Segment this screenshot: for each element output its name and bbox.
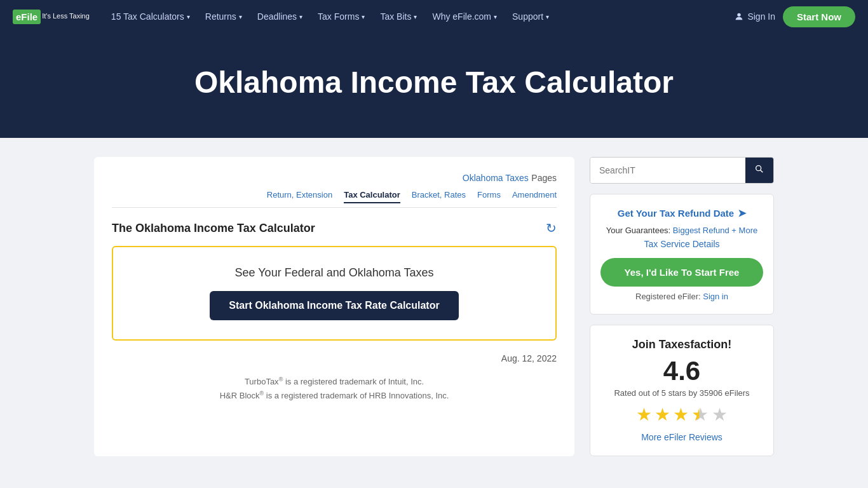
- stars-container: ★ ★ ★ ★ ★ ★: [600, 404, 763, 425]
- nav-item-calculators[interactable]: 15 Tax Calculators ▾: [105, 8, 196, 25]
- chevron-down-icon: ▾: [546, 13, 549, 20]
- logo[interactable]: eFile It's Less Taxing: [13, 10, 90, 24]
- nav-item-deadlines[interactable]: Deadlines ▾: [251, 8, 309, 25]
- logo-icon: eFile: [13, 10, 41, 24]
- star-1: ★: [636, 404, 652, 425]
- tab-return-extension[interactable]: Return, Extension: [267, 190, 332, 203]
- sign-in-link[interactable]: Sign in: [703, 292, 728, 301]
- star-half: ★ ★: [691, 404, 709, 425]
- svg-point-1: [756, 166, 761, 171]
- tab-forms[interactable]: Forms: [477, 190, 501, 203]
- reviews-link[interactable]: More eFiler Reviews: [641, 432, 722, 442]
- footnotes: TurboTax® is a registered trademark of I…: [112, 375, 557, 403]
- footnote-hrblock: H&R Block® is a registered trademark of …: [112, 389, 557, 403]
- logo-tagline: It's Less Taxing: [42, 12, 90, 20]
- tax-service-link[interactable]: Tax Service Details: [600, 239, 763, 249]
- rating-card: Join Taxesfaction! 4.6 Rated out of 5 st…: [590, 325, 774, 456]
- calc-section-title: The Oklahoma Income Tax Calculator: [112, 222, 315, 235]
- nav-item-why-efile[interactable]: Why eFile.com ▾: [426, 8, 503, 25]
- search-input[interactable]: [590, 158, 745, 183]
- footnote-turbotax: TurboTax® is a registered trademark of I…: [112, 375, 557, 389]
- refund-card: Get Your Tax Refund Date ➤ Your Guarante…: [590, 194, 774, 315]
- search-icon: [754, 164, 764, 174]
- chevron-down-icon: ▾: [414, 13, 417, 20]
- start-free-button[interactable]: Yes, I'd Like To Start Free: [600, 258, 763, 287]
- tab-bracket-rates[interactable]: Bracket, Rates: [412, 190, 466, 203]
- page-tabs: Return, Extension Tax Calculator Bracket…: [112, 190, 557, 208]
- guarantees-link[interactable]: Biggest Refund + More: [673, 226, 757, 235]
- join-title: Join Taxesfaction!: [600, 338, 763, 351]
- breadcrumb-pages-suffix: Pages: [531, 173, 557, 183]
- refund-date-link[interactable]: Get Your Tax Refund Date ➤: [600, 207, 763, 219]
- calc-box: See Your Federal and Oklahoma Taxes Star…: [112, 246, 557, 341]
- nav-item-support[interactable]: Support ▾: [506, 8, 555, 25]
- chevron-down-icon: ▾: [362, 13, 365, 20]
- refresh-icon[interactable]: ↻: [546, 220, 557, 236]
- search-box: [590, 157, 774, 184]
- content-wrapper: Oklahoma Taxes Pages Return, Extension T…: [81, 157, 787, 456]
- page-title: Oklahoma Income Tax Calculator: [13, 65, 855, 100]
- arrow-icon: ➤: [738, 207, 746, 219]
- tab-amendment[interactable]: Amendment: [512, 190, 557, 203]
- breadcrumb-link[interactable]: Oklahoma Taxes: [463, 173, 529, 183]
- chevron-down-icon: ▾: [299, 13, 302, 20]
- nav-item-tax-forms[interactable]: Tax Forms ▾: [311, 8, 371, 25]
- calc-tagline: See Your Federal and Oklahoma Taxes: [126, 266, 543, 280]
- tab-tax-calculator[interactable]: Tax Calculator: [344, 190, 400, 203]
- star-2: ★: [654, 404, 670, 425]
- nav-item-returns[interactable]: Returns ▾: [199, 8, 248, 25]
- rating-score: 4.6: [600, 358, 763, 384]
- star-empty: ★: [712, 404, 728, 425]
- main-content: Oklahoma Taxes Pages Return, Extension T…: [0, 138, 868, 482]
- chevron-down-icon: ▾: [494, 13, 497, 20]
- svg-point-0: [738, 13, 741, 17]
- guarantees-text: Your Guarantees: Biggest Refund + More: [600, 226, 763, 235]
- breadcrumb: Oklahoma Taxes Pages: [112, 172, 557, 184]
- registered-text: Registered eFiler: Sign in: [600, 292, 763, 301]
- search-button[interactable]: [745, 158, 773, 183]
- star-3: ★: [673, 404, 689, 425]
- right-panel: Get Your Tax Refund Date ➤ Your Guarante…: [590, 157, 774, 456]
- date-note: Aug. 12, 2022: [112, 353, 557, 363]
- navbar: eFile It's Less Taxing 15 Tax Calculator…: [0, 0, 868, 33]
- person-icon: [734, 11, 744, 22]
- svg-line-2: [761, 170, 763, 173]
- sign-in-button[interactable]: Sign In: [734, 11, 775, 22]
- nav-links: 15 Tax Calculators ▾ Returns ▾ Deadlines…: [105, 8, 735, 25]
- chevron-down-icon: ▾: [239, 13, 242, 20]
- start-now-button[interactable]: Start Now: [783, 6, 855, 27]
- calc-header: The Oklahoma Income Tax Calculator ↻: [112, 220, 557, 236]
- chevron-down-icon: ▾: [187, 13, 190, 20]
- nav-item-tax-bits[interactable]: Tax Bits ▾: [374, 8, 423, 25]
- hero-section: Oklahoma Income Tax Calculator: [0, 33, 868, 138]
- rating-description: Rated out of 5 stars by 35906 eFilers: [600, 388, 763, 398]
- calc-start-button[interactable]: Start Oklahoma Income Tax Rate Calculato…: [210, 291, 458, 320]
- left-panel: Oklahoma Taxes Pages Return, Extension T…: [94, 157, 574, 456]
- nav-right: Sign In Start Now: [734, 6, 855, 27]
